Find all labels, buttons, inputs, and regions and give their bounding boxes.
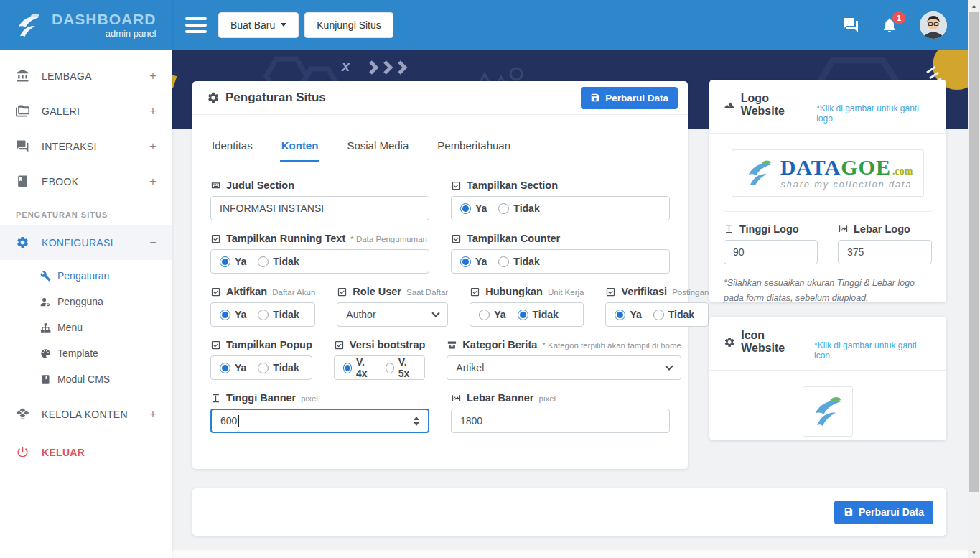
lebar-logo-input[interactable]	[838, 240, 932, 264]
collapse-minus-icon[interactable]: −	[149, 236, 157, 249]
field-tampilkan-counter: Tampilkan Counter Ya Tidak	[451, 233, 670, 274]
radio-tidak[interactable]: Tidak	[258, 362, 299, 373]
radio-ya[interactable]: Ya	[220, 362, 246, 373]
scroll-down-arrow-icon[interactable]: ▼	[968, 547, 980, 558]
datagoe-bird-icon	[743, 157, 776, 189]
sidebar-subitem-pengaturan[interactable]: Pengaturan	[0, 263, 172, 289]
bootstrap-radio-group: V. 4x V. 5x	[334, 355, 426, 380]
save-icon	[844, 507, 854, 517]
counter-radio-group: Ya Tidak	[451, 249, 670, 274]
expand-plus-icon[interactable]: +	[149, 175, 157, 188]
chevrons-decoration	[368, 60, 411, 75]
role-user-select[interactable]: Author	[337, 302, 448, 327]
field-tinggi-logo: Tinggi Logo	[724, 223, 818, 264]
sitemap-icon	[40, 322, 51, 333]
sidebar-item-kelola-konten[interactable]: KELOLA KONTEN +	[0, 396, 172, 432]
checkbox-check-icon	[210, 340, 221, 350]
kategori-berita-select[interactable]: Artikel	[447, 355, 681, 380]
lebar-banner-input[interactable]	[451, 409, 670, 433]
sidebar-item-keluar[interactable]: KELUAR	[0, 434, 172, 470]
sidebar-item-lembaga[interactable]: LEMBAGA +	[0, 58, 172, 93]
sidebar-item-ebook[interactable]: EBOOK +	[0, 164, 172, 199]
radio-tidak[interactable]: Tidak	[258, 256, 299, 267]
radio-tidak[interactable]: Tidak	[498, 256, 539, 267]
save-icon	[590, 93, 600, 103]
image-icon	[724, 99, 735, 111]
module-book-icon	[40, 374, 51, 385]
update-data-button-footer[interactable]: Perbarui Data	[834, 501, 933, 524]
field-tampilkan-section: Tampilkan Section Ya Tidak	[451, 180, 670, 220]
radio-ya[interactable]: Ya	[220, 256, 246, 267]
archive-icon	[447, 340, 457, 350]
tab-konten[interactable]: Konten	[280, 132, 320, 162]
folder-icon	[16, 104, 29, 118]
scrollbar-thumb[interactable]	[969, 12, 979, 492]
menu-toggle-icon[interactable]	[185, 17, 207, 33]
datagoe-bird-icon	[809, 394, 846, 429]
notifications-icon[interactable]: 1	[881, 17, 898, 34]
x-decoration: x	[342, 58, 350, 75]
user-gear-icon	[40, 297, 51, 307]
settings-form: Judul Section Tampilkan Section Ya Tidak…	[192, 162, 688, 433]
settings-card-title: Pengaturan Situs	[207, 90, 326, 105]
site-icon-image[interactable]	[803, 386, 853, 437]
sidebar-subitem-template[interactable]: Template	[0, 340, 172, 366]
expand-plus-icon[interactable]: +	[149, 140, 157, 153]
settings-card-header: Pengaturan Situs Perbarui Data	[192, 81, 688, 115]
radio-ya[interactable]: Ya	[460, 203, 487, 214]
expand-plus-icon[interactable]: +	[149, 70, 157, 83]
scroll-up-arrow-icon[interactable]: ▲	[968, 0, 980, 11]
sidebar-item-galeri[interactable]: GALERI +	[0, 93, 172, 129]
sidebar-subitem-pengguna[interactable]: Pengguna	[0, 289, 172, 315]
radio-ya[interactable]: Ya	[220, 309, 246, 320]
radio-v4x[interactable]: V. 4x	[343, 356, 374, 379]
sidebar-subitem-modul-cms[interactable]: Modul CMS	[0, 366, 172, 392]
radio-unselected-icon	[258, 256, 269, 267]
tinggi-banner-input[interactable]: 600	[210, 409, 429, 433]
number-spinner[interactable]	[414, 417, 419, 426]
tinggi-logo-input[interactable]	[724, 240, 818, 264]
radio-tidak[interactable]: Tidak	[258, 309, 299, 320]
radio-unselected-icon	[498, 203, 509, 214]
radio-ya[interactable]: Ya	[615, 309, 641, 320]
radio-ya[interactable]: Ya	[460, 256, 487, 267]
radio-tidak[interactable]: Tidak	[653, 309, 694, 320]
radio-v5x[interactable]: V. 5x	[386, 356, 416, 379]
site-logo-image[interactable]: DATAGOE.com share my collection data	[732, 149, 924, 197]
radio-ya[interactable]: Ya	[479, 309, 505, 320]
field-lebar-logo: Lebar Logo	[838, 223, 932, 264]
radio-selected-icon	[518, 310, 528, 320]
checkbox-check-icon	[470, 287, 480, 297]
tab-pemberitahuan[interactable]: Pemberitahuan	[436, 132, 512, 162]
topbar-actions: 1	[842, 11, 969, 39]
radio-tidak[interactable]: Tidak	[518, 309, 559, 320]
tab-sosial-media[interactable]: Sosial Media	[345, 132, 410, 162]
sidebar-item-interaksi[interactable]: INTERAKSI +	[0, 129, 172, 164]
icon-card-hint: *Klik di gambar untuk ganti icon.	[814, 340, 932, 361]
settings-tabs: Identitas Konten Sosial Media Pemberitah…	[210, 132, 670, 162]
messages-icon[interactable]	[842, 17, 859, 34]
radio-unselected-icon	[498, 256, 509, 267]
vertical-scrollbar[interactable]: ▲ ▼	[968, 0, 980, 558]
radio-tidak[interactable]: Tidak	[498, 203, 539, 214]
user-avatar[interactable]	[920, 11, 947, 39]
aktifkan-radio-group: Ya Tidak	[210, 302, 315, 327]
sidebar-subitem-menu[interactable]: Menu	[0, 315, 172, 340]
tampilkan-section-radio-group: Ya Tidak	[451, 196, 670, 220]
visit-site-button[interactable]: Kunjungi Situs	[304, 12, 393, 38]
tab-identitas[interactable]: Identitas	[210, 132, 254, 162]
chat-icon	[16, 139, 29, 153]
radio-unselected-icon	[258, 363, 269, 373]
sidebar-nav: LEMBAGA + GALERI + INTERAKSI + EBOOK + P…	[0, 50, 172, 470]
create-new-button[interactable]: Buat Baru	[218, 12, 299, 38]
sidebar-item-konfigurasi[interactable]: KONFIGURASI −	[0, 225, 172, 260]
update-data-button[interactable]: Perbarui Data	[581, 87, 678, 109]
expand-plus-icon[interactable]: +	[149, 408, 157, 421]
admin-panel: x Buat Baru	[0, 0, 980, 558]
expand-plus-icon[interactable]: +	[149, 105, 157, 118]
boxes-icon	[16, 407, 29, 421]
logo-website-card: Logo Website *Klik di gambar untuk ganti…	[709, 80, 946, 302]
judul-section-input[interactable]	[210, 196, 429, 220]
radio-selected-icon	[615, 310, 625, 320]
checkbox-check-icon	[605, 287, 616, 297]
